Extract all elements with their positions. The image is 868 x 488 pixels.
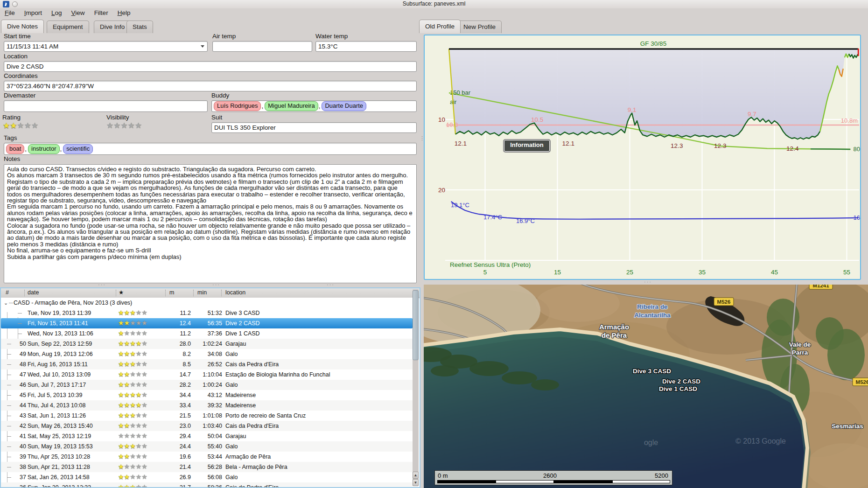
col-duration[interactable]: min xyxy=(197,288,207,298)
star-icon[interactable]: ★ xyxy=(136,309,142,316)
dive-row[interactable]: 41Sat, May 25, 2013 12:19★★★★★29.450:04G… xyxy=(1,431,413,441)
dive-row[interactable]: 37Sat, Jan 26, 2013 14:58★★★★★26.956:08G… xyxy=(1,472,413,482)
star-icon[interactable]: ★ xyxy=(124,401,130,409)
profile-canvas[interactable]: 10.810.8m80150 barair19.1°C17.4°C16.9°C1… xyxy=(425,35,860,279)
map-canvas[interactable]: M526M526M1241Armaçãode PêraRibeira deAlc… xyxy=(424,285,868,488)
star-icon[interactable]: ★ xyxy=(141,370,147,378)
menu-file[interactable]: File xyxy=(0,8,20,17)
rating-stars[interactable]: ★★★★★ xyxy=(3,121,38,130)
star-icon[interactable]: ★ xyxy=(130,381,136,388)
star-icon[interactable]: ★ xyxy=(118,442,124,450)
star-icon[interactable]: ★ xyxy=(130,411,136,419)
splitter-handle[interactable]: ··· xyxy=(212,282,220,287)
visibility-stars[interactable]: ★★★★★ xyxy=(106,121,142,130)
star-icon[interactable]: ★ xyxy=(124,350,130,357)
dive-row[interactable]: 42Sun, May 26, 2013 15:40★★★★★23.01:03:4… xyxy=(1,421,413,431)
star-icon[interactable]: ★ xyxy=(118,381,124,388)
star-icon[interactable]: ★ xyxy=(130,442,136,450)
star-icon[interactable]: ★ xyxy=(130,360,136,368)
star-icon[interactable]: ★ xyxy=(118,329,124,337)
star-icon[interactable]: ★ xyxy=(141,473,147,481)
star-icon[interactable]: ★ xyxy=(118,411,124,419)
dive-row[interactable]: 48Fri, Aug 16, 2013 15:11★★★★★8.526:52Ca… xyxy=(1,359,413,369)
scrollbar-thumb[interactable] xyxy=(413,290,419,360)
star-icon[interactable]: ★ xyxy=(118,350,124,357)
star-icon[interactable]: ★ xyxy=(130,329,136,337)
coordinates-field[interactable] xyxy=(4,81,417,91)
dive-row[interactable]: Fri, Nov 15, 2013 11:41★★★★★12.456:35Div… xyxy=(1,318,413,328)
star-icon[interactable]: ★ xyxy=(136,381,142,388)
menu-view[interactable]: View xyxy=(67,8,90,17)
star-icon[interactable]: ★ xyxy=(130,391,136,398)
scroll-up-button[interactable]: ▲ xyxy=(413,472,419,479)
star-icon[interactable]: ★ xyxy=(130,309,136,316)
dive-row[interactable]: 49Mon, Aug 19, 2013 12:06★★★★★8.234:08Ga… xyxy=(1,349,413,359)
tab-new-profile[interactable]: New Profile xyxy=(457,21,502,33)
star-icon[interactable]: ★ xyxy=(124,391,130,398)
star-icon[interactable]: ★ xyxy=(124,463,130,470)
menu-import[interactable]: Import xyxy=(20,8,47,17)
splitter-handle[interactable]: ··· xyxy=(98,282,106,287)
star-icon[interactable]: ★ xyxy=(124,329,130,337)
star-icon[interactable]: ★ xyxy=(141,483,147,488)
tab-old-profile[interactable]: Old Profile xyxy=(419,20,461,33)
star-icon[interactable]: ★ xyxy=(118,370,124,378)
star-icon[interactable]: ★ xyxy=(130,422,136,429)
chevron-down-icon[interactable] xyxy=(201,45,204,48)
star-icon[interactable]: ★ xyxy=(141,391,147,398)
dive-row[interactable]: 45Fri, Jul 5, 2013 10:39★★★★★34.443:12Ma… xyxy=(1,390,413,400)
star-icon[interactable]: ★ xyxy=(17,121,24,130)
dive-row[interactable]: 47Wed, Jul 10, 2013 13:09★★★★★14.71:10:0… xyxy=(1,369,413,380)
star-icon[interactable]: ★ xyxy=(3,121,10,130)
col-date[interactable]: date xyxy=(28,288,39,298)
star-icon[interactable]: ★ xyxy=(118,309,124,316)
dive-site-map[interactable]: M526M526M1241Armaçãode PêraRibeira deAlc… xyxy=(424,285,868,488)
menu-filter[interactable]: Filter xyxy=(90,8,113,17)
star-icon[interactable]: ★ xyxy=(118,391,124,398)
water-temp-field[interactable] xyxy=(315,41,417,52)
dive-list-scrollbar[interactable]: ▲ ▼ xyxy=(413,289,419,486)
star-icon[interactable]: ★ xyxy=(136,370,142,378)
star-icon[interactable]: ★ xyxy=(141,432,147,439)
star-icon[interactable]: ★ xyxy=(141,381,147,388)
star-icon[interactable]: ★ xyxy=(141,411,147,419)
star-icon[interactable]: ★ xyxy=(118,473,124,481)
star-icon[interactable]: ★ xyxy=(136,340,142,347)
window-menu-icon[interactable] xyxy=(12,1,18,7)
air-temp-field[interactable] xyxy=(212,41,312,52)
star-icon[interactable]: ★ xyxy=(24,121,31,130)
star-icon[interactable]: ★ xyxy=(135,121,142,130)
tab-stats[interactable]: Stats xyxy=(126,21,153,33)
star-icon[interactable]: ★ xyxy=(130,463,136,470)
dive-row[interactable]: 38Sun, Apr 21, 2013 11:28★★★★★21.456:28B… xyxy=(1,462,413,472)
star-icon[interactable]: ★ xyxy=(141,309,147,316)
menu-log[interactable]: Log xyxy=(47,8,67,17)
star-icon[interactable]: ★ xyxy=(124,422,130,429)
notes-textarea[interactable]: Aula do curso CASD. Transectos c/video e… xyxy=(4,164,417,283)
star-icon[interactable]: ★ xyxy=(141,463,147,470)
star-icon[interactable]: ★ xyxy=(31,121,38,130)
star-icon[interactable]: ★ xyxy=(136,319,142,327)
star-icon[interactable]: ★ xyxy=(130,401,136,409)
collapse-arrow-icon[interactable]: ⌄ xyxy=(4,298,8,308)
star-icon[interactable]: ★ xyxy=(136,473,142,481)
star-icon[interactable]: ★ xyxy=(118,360,124,368)
dive-row[interactable]: 36Sun, Jan 20, 2013 12:33★★★★★21.758:36C… xyxy=(1,482,413,488)
divemaster-field[interactable] xyxy=(4,100,208,112)
star-icon[interactable]: ★ xyxy=(124,360,130,368)
star-icon[interactable]: ★ xyxy=(136,453,142,460)
dive-row[interactable]: Wed, Nov 13, 2013 11:06★★★★★11.237:36Div… xyxy=(1,328,413,339)
star-icon[interactable]: ★ xyxy=(124,453,130,460)
star-icon[interactable]: ★ xyxy=(118,401,124,409)
star-icon[interactable]: ★ xyxy=(124,381,130,388)
location-field[interactable] xyxy=(4,61,417,72)
star-icon[interactable]: ★ xyxy=(130,473,136,481)
buddy-field[interactable]: Luís Rodrigues,Miguel Madureira,Duarte D… xyxy=(211,100,417,112)
tab-dive-info[interactable]: Dive Info xyxy=(94,21,131,33)
col-location[interactable]: location xyxy=(225,288,245,298)
star-icon[interactable]: ★ xyxy=(130,483,136,488)
star-icon[interactable]: ★ xyxy=(118,483,124,488)
dive-row[interactable]: 44Thu, Jul 4, 2013 10:08★★★★★33.439:32Ma… xyxy=(1,400,413,411)
star-icon[interactable]: ★ xyxy=(141,329,147,337)
star-icon[interactable]: ★ xyxy=(136,411,142,419)
